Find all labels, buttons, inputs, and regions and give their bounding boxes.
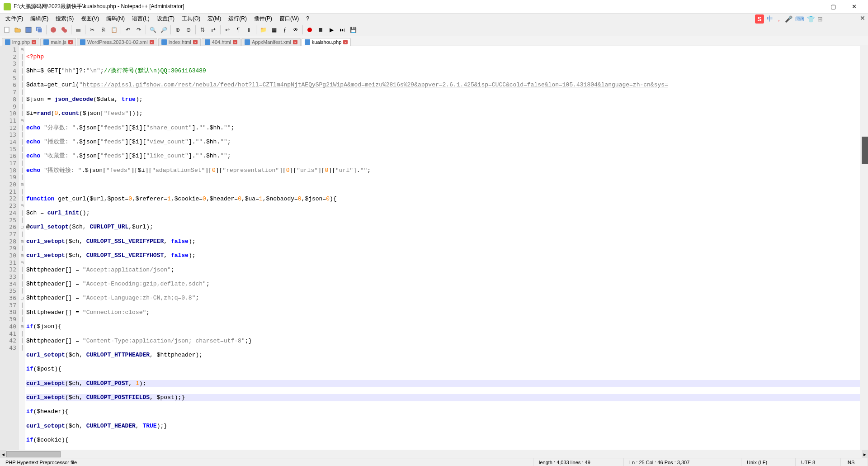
monitor-button[interactable]: 👁 [291, 25, 301, 35]
tab-bar: img.php× main.js× WordPress.2023-01-02.x… [0, 36, 868, 46]
print-button[interactable] [73, 25, 83, 35]
tab-close-icon[interactable]: × [193, 40, 198, 44]
app-icon [4, 3, 11, 10]
menu-run[interactable]: 运行(R) [225, 14, 250, 24]
vertical-scrollbar[interactable] [860, 46, 868, 450]
menu-file[interactable]: 文件(F) [2, 14, 27, 24]
menu-tools[interactable]: 工具(O) [178, 14, 204, 24]
code-content[interactable]: <?php $hh=$_GET["hh"]?:"\n";//换行符号(默认\n)… [25, 46, 868, 450]
fold-column[interactable]: ⊟│││││││││⊟││││││││⊟││⊟││⊟│⊟│⊟⊟││││⊟│││⊟… [19, 46, 25, 450]
status-eol[interactable]: Unix (LF) [741, 458, 796, 466]
status-encoding[interactable]: UTF-8 [796, 458, 841, 466]
ime-mic-icon[interactable]: 🎤 [785, 15, 793, 23]
file-icon [161, 39, 167, 45]
play-macro-button[interactable]: ▶ [326, 25, 336, 35]
close-all-button[interactable] [59, 25, 69, 35]
find-button[interactable]: 🔍 [148, 25, 158, 35]
scroll-left-arrow[interactable]: ◄ [0, 450, 6, 458]
menu-plugins[interactable]: 插件(P) [250, 14, 276, 24]
scroll-thumb[interactable] [862, 137, 868, 164]
menu-edit[interactable]: 编辑(E) [27, 14, 52, 24]
menu-language[interactable]: 语言(L) [128, 14, 153, 24]
file-icon [5, 39, 10, 45]
tab-close-icon[interactable]: × [150, 40, 154, 44]
menu-view[interactable]: 视图(V) [77, 14, 103, 24]
svg-point-8 [307, 28, 312, 32]
new-file-button[interactable] [2, 25, 12, 35]
close-button[interactable]: ✕ [844, 0, 864, 14]
zoom-out-button[interactable]: ⊖ [184, 25, 193, 35]
svg-point-4 [51, 27, 56, 33]
sync-v-button[interactable]: ⇅ [198, 25, 208, 35]
copy-button[interactable]: ⎘ [98, 25, 108, 35]
ime-menu-icon[interactable]: ⊞ [817, 15, 823, 23]
cut-button[interactable]: ✂ [87, 25, 97, 35]
save-button[interactable] [24, 25, 33, 35]
svg-rect-0 [5, 27, 9, 33]
func-list-button[interactable]: ƒ [280, 25, 290, 35]
replace-button[interactable]: 🔎 [159, 25, 169, 35]
show-all-chars-button[interactable]: ¶ [233, 25, 243, 35]
svg-point-6 [63, 29, 67, 33]
tab-wordpress-xml[interactable]: WordPress.2023-01-02.xml× [77, 38, 157, 46]
record-macro-button[interactable] [305, 25, 315, 35]
tab-close-icon[interactable]: × [233, 40, 237, 44]
menu-help[interactable]: ? [302, 14, 313, 23]
ime-keyboard-icon[interactable]: ⌨ [795, 15, 804, 23]
paste-button[interactable]: 📋 [109, 25, 119, 35]
tab-close-icon[interactable]: × [68, 40, 73, 44]
menubar-close-icon[interactable]: ✕ [860, 14, 865, 22]
close-file-button[interactable] [48, 25, 58, 35]
minimize-button[interactable]: — [802, 0, 823, 14]
svg-rect-7 [76, 29, 80, 32]
ime-lang[interactable]: 中 [767, 15, 773, 23]
horizontal-scrollbar[interactable]: ◄ ► [0, 450, 868, 458]
tab-img-php[interactable]: img.php× [2, 38, 39, 46]
ime-sogou-icon[interactable]: S [755, 14, 764, 24]
save-macro-button[interactable]: 💾 [348, 25, 358, 35]
tab-main-js[interactable]: main.js× [40, 38, 76, 46]
menu-bar: 文件(F) 编辑(E) 搜索(S) 视图(V) 编码(N) 语言(L) 设置(T… [0, 14, 868, 24]
menu-window[interactable]: 窗口(W) [276, 14, 302, 24]
tab-close-icon[interactable]: × [343, 40, 348, 44]
menu-encoding[interactable]: 编码(N) [103, 14, 128, 24]
tab-close-icon[interactable]: × [293, 40, 297, 44]
editor-area[interactable]: 1234567891011121314151617181920212223242… [0, 46, 868, 450]
wordwrap-button[interactable]: ↩ [222, 25, 232, 35]
menu-search[interactable]: 搜索(S) [52, 14, 77, 24]
status-insert-mode[interactable]: INS [841, 458, 868, 466]
tab-appx-manifest[interactable]: AppxManifest.xml× [241, 38, 301, 46]
stop-macro-button[interactable] [316, 25, 326, 35]
open-file-button[interactable] [13, 25, 23, 35]
sync-h-button[interactable]: ⇄ [208, 25, 218, 35]
svg-rect-9 [319, 28, 322, 32]
svg-rect-1 [26, 27, 31, 33]
maximize-button[interactable]: ▢ [823, 0, 844, 14]
scroll-thumb[interactable] [6, 451, 61, 457]
play-multi-button[interactable]: ⏭ [337, 25, 347, 35]
file-icon [80, 39, 85, 45]
window-title: F:\大鹏源码网\2023最新快手\kuaishou.php - Notepad… [14, 3, 802, 10]
zoom-in-button[interactable]: ⊕ [173, 25, 183, 35]
ime-skin-icon[interactable]: 👕 [807, 15, 815, 23]
line-numbers: 1234567891011121314151617181920212223242… [0, 46, 19, 450]
save-all-button[interactable] [34, 25, 44, 35]
tab-kuaishou-php[interactable]: kuaishou.php× [302, 38, 351, 46]
redo-button[interactable]: ↷ [134, 25, 144, 35]
undo-button[interactable]: ↶ [123, 25, 133, 35]
menu-settings[interactable]: 设置(T) [153, 14, 178, 24]
folder-view-button[interactable]: 📁 [258, 25, 268, 35]
indent-guide-button[interactable]: ⫿ [244, 25, 254, 35]
tab-index-html[interactable]: index.html× [158, 38, 201, 46]
status-position: Ln : 25 Col : 46 Pos : 3,307 [624, 458, 741, 466]
ime-punct[interactable]: ， [776, 15, 782, 23]
tab-404-html[interactable]: 404.html× [202, 38, 241, 46]
menu-macro[interactable]: 宏(M) [204, 14, 225, 24]
scroll-right-arrow[interactable]: ► [862, 450, 868, 458]
file-icon [43, 39, 49, 45]
status-filetype: PHP Hypertext Preprocessor file [0, 458, 533, 466]
doc-map-button[interactable]: ▦ [269, 25, 279, 35]
file-icon [305, 39, 310, 45]
status-bar: PHP Hypertext Preprocessor file length :… [0, 458, 868, 466]
tab-close-icon[interactable]: × [32, 40, 36, 44]
